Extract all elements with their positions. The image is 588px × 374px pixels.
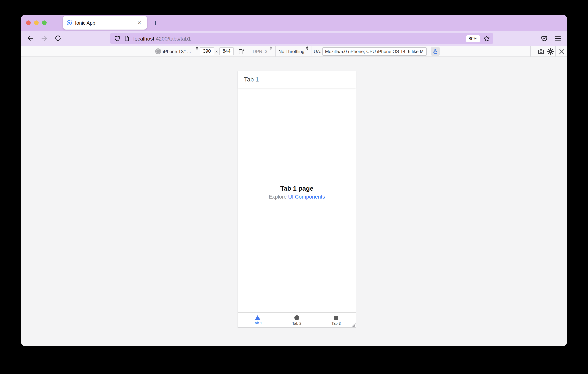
menu-icon[interactable] bbox=[554, 35, 561, 42]
ua-input[interactable]: Mozilla/5.0 (iPhone; CPU iPhone OS 14_6 … bbox=[322, 47, 427, 56]
shield-icon[interactable] bbox=[114, 35, 120, 42]
square-icon bbox=[334, 315, 338, 320]
page-info-icon[interactable] bbox=[124, 35, 130, 42]
rotate-viewport-icon[interactable] bbox=[237, 46, 244, 56]
tab-title: Ionic App bbox=[75, 20, 136, 26]
app-tab-bar: Tab 1 Tab 2 Tab 3 bbox=[238, 312, 356, 327]
rdm-separator bbox=[248, 46, 248, 56]
app-header: Tab 1 bbox=[238, 71, 356, 88]
tab-label: Tab 3 bbox=[332, 321, 341, 325]
settings-gear-icon[interactable] bbox=[547, 48, 554, 55]
page-content: Tab 1 page Explore UI Components bbox=[238, 185, 356, 200]
touch-simulation-button[interactable] bbox=[431, 47, 440, 56]
ua-label: UA: bbox=[314, 46, 321, 56]
tab-bar-item-tab1[interactable]: Tab 1 bbox=[238, 313, 277, 327]
screen-background: Ionic App ✕ + bbox=[0, 0, 588, 374]
page-subtitle: Explore UI Components bbox=[238, 193, 356, 200]
traffic-light-zoom[interactable] bbox=[42, 21, 47, 25]
rdm-separator bbox=[275, 46, 276, 56]
device-compass-icon bbox=[155, 46, 161, 56]
subtitle-text: Explore bbox=[269, 194, 288, 200]
device-select-stepper[interactable] bbox=[196, 46, 198, 56]
traffic-light-minimize[interactable] bbox=[34, 21, 39, 25]
browser-titlebar: Ionic App ✕ + bbox=[21, 15, 567, 31]
browser-window: Ionic App ✕ + bbox=[21, 15, 567, 346]
tab-bar-item-tab2[interactable]: Tab 2 bbox=[277, 313, 316, 327]
tab-label: Tab 1 bbox=[253, 321, 262, 325]
rdm-toolbar: iPhone 12/1... 390 × 844 DPR: 3 No Throt… bbox=[21, 46, 567, 57]
tab-bar-item-tab3[interactable]: Tab 3 bbox=[316, 313, 356, 327]
dpr-stepper[interactable] bbox=[270, 46, 272, 56]
back-icon[interactable] bbox=[27, 35, 34, 42]
screenshot-camera-icon[interactable] bbox=[538, 48, 545, 55]
page-title: Tab 1 page bbox=[238, 185, 356, 192]
navigation-toolbar: localhost:4200/tabs/tab1 80% bbox=[21, 31, 567, 46]
touch-simulation-icon bbox=[432, 48, 438, 54]
url-path: :4200/tabs/tab1 bbox=[154, 35, 191, 42]
device-selector[interactable]: iPhone 12/1... bbox=[163, 46, 191, 56]
dimension-separator: × bbox=[215, 46, 218, 56]
forward-icon[interactable] bbox=[41, 35, 48, 42]
phone-viewport: Tab 1 Tab 1 page Explore UI Components T… bbox=[238, 71, 356, 328]
viewport-width-input[interactable]: 390 bbox=[200, 47, 214, 55]
url-bar[interactable]: localhost:4200/tabs/tab1 80% bbox=[110, 32, 493, 44]
rdm-close-icon[interactable] bbox=[558, 48, 565, 55]
viewport-height-input[interactable]: 844 bbox=[219, 47, 234, 55]
throttling-stepper[interactable] bbox=[306, 46, 308, 56]
reload-icon[interactable] bbox=[54, 35, 61, 42]
rdm-separator bbox=[530, 46, 531, 56]
url-text: localhost:4200/tabs/tab1 bbox=[133, 35, 466, 42]
zoom-level-badge[interactable]: 80% bbox=[466, 35, 480, 42]
bookmark-star-icon[interactable] bbox=[483, 35, 490, 42]
url-host: localhost bbox=[133, 35, 154, 42]
rdm-content-area: Tab 1 Tab 1 page Explore UI Components T… bbox=[21, 57, 567, 346]
triangle-icon bbox=[255, 315, 260, 320]
traffic-light-close[interactable] bbox=[26, 21, 31, 25]
viewport-resize-handle[interactable] bbox=[350, 322, 356, 327]
tab-close-icon[interactable]: ✕ bbox=[136, 19, 143, 27]
circle-icon bbox=[294, 315, 299, 320]
rdm-separator bbox=[556, 46, 556, 56]
throttling-selector[interactable]: No Throttling bbox=[278, 46, 304, 56]
new-tab-button[interactable]: + bbox=[150, 17, 161, 28]
tab-label: Tab 2 bbox=[292, 321, 302, 325]
pocket-icon[interactable] bbox=[541, 35, 548, 42]
dpr-selector[interactable]: DPR: 3 bbox=[253, 46, 267, 56]
ui-components-link[interactable]: UI Components bbox=[288, 194, 325, 200]
ionic-favicon-icon bbox=[66, 20, 72, 26]
browser-tab-ionic-app[interactable]: Ionic App ✕ bbox=[63, 16, 147, 30]
app-header-title: Tab 1 bbox=[244, 76, 259, 83]
rdm-separator bbox=[311, 46, 311, 56]
